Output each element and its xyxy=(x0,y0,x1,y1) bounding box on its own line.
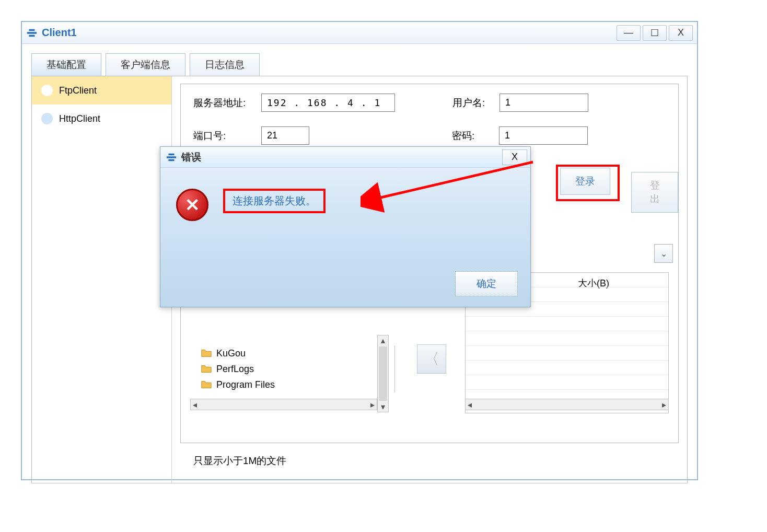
dot-icon xyxy=(41,113,53,124)
port-input[interactable]: 21 xyxy=(261,126,309,145)
dialog-title-text: 错误 xyxy=(181,151,201,164)
maximize-button[interactable]: ☐ xyxy=(643,25,667,41)
titlebar: Client1 — ☐ X xyxy=(22,22,697,44)
dialog-close-button[interactable]: X xyxy=(502,149,527,165)
server-address-input[interactable]: 192 . 168 . 4 . 1 xyxy=(261,94,395,112)
local-tree[interactable]: KuGou PerfLogs Program Files xyxy=(186,345,395,392)
tree-item-label: KuGou xyxy=(216,348,246,359)
close-button[interactable]: X xyxy=(669,25,693,41)
vertical-scrollbar[interactable]: ▴▾ xyxy=(377,335,389,412)
sidebar: FtpClient HttpClient xyxy=(32,76,172,483)
port-label: 端口号: xyxy=(193,129,261,143)
sidebar-item-label: FtpClient xyxy=(59,85,97,96)
pass-label: 密码: xyxy=(452,129,499,143)
horizontal-scrollbar-right[interactable]: ◂▸ xyxy=(465,399,669,410)
app-icon xyxy=(166,152,177,163)
tree-item[interactable]: Program Files xyxy=(186,377,394,392)
highlight-login xyxy=(556,165,620,201)
tab-client-info[interactable]: 客户端信息 xyxy=(106,53,185,76)
sidebar-item-ftpclient[interactable]: FtpClient xyxy=(32,76,171,105)
tab-log-info[interactable]: 日志信息 xyxy=(190,53,260,76)
horizontal-scrollbar-left[interactable]: ◂▸ xyxy=(190,399,377,410)
app-icon xyxy=(26,27,38,39)
tree-item-label: Program Files xyxy=(216,379,275,390)
sidebar-item-label: HttpClient xyxy=(59,113,100,124)
minimize-button[interactable]: — xyxy=(617,25,641,41)
tree-item[interactable]: PerfLogs xyxy=(186,361,394,377)
folder-icon xyxy=(201,348,212,359)
tree-item-label: PerfLogs xyxy=(216,364,254,375)
user-label: 用户名: xyxy=(452,96,499,110)
server-label: 服务器地址: xyxy=(193,96,261,110)
password-input[interactable]: 1 xyxy=(499,126,588,145)
path-dropdown[interactable]: ⌄ xyxy=(654,244,673,263)
ok-button[interactable]: 确定 xyxy=(455,271,518,296)
error-dialog: 错误 X ✕ 连接服务器失败。 确定 xyxy=(160,146,531,307)
error-message: 连接服务器失败。 xyxy=(225,191,323,211)
logout-button[interactable]: 登出 xyxy=(631,172,678,213)
sidebar-item-httpclient[interactable]: HttpClient xyxy=(32,105,171,133)
tab-basic-config[interactable]: 基础配置 xyxy=(31,53,101,76)
window-title: Client1 xyxy=(42,27,77,39)
username-input[interactable]: 1 xyxy=(499,94,588,112)
highlight-message: 连接服务器失败。 xyxy=(223,189,326,213)
dot-icon xyxy=(41,85,53,96)
tabs: 基础配置 客户端信息 日志信息 xyxy=(22,44,697,76)
footer-note: 只显示小于1M的文件 xyxy=(193,454,286,468)
tree-item[interactable]: KuGou xyxy=(186,345,394,361)
transfer-left-button[interactable]: 〈 xyxy=(417,344,446,374)
error-icon: ✕ xyxy=(176,189,208,221)
folder-icon xyxy=(201,363,212,375)
folder-icon xyxy=(201,379,212,390)
